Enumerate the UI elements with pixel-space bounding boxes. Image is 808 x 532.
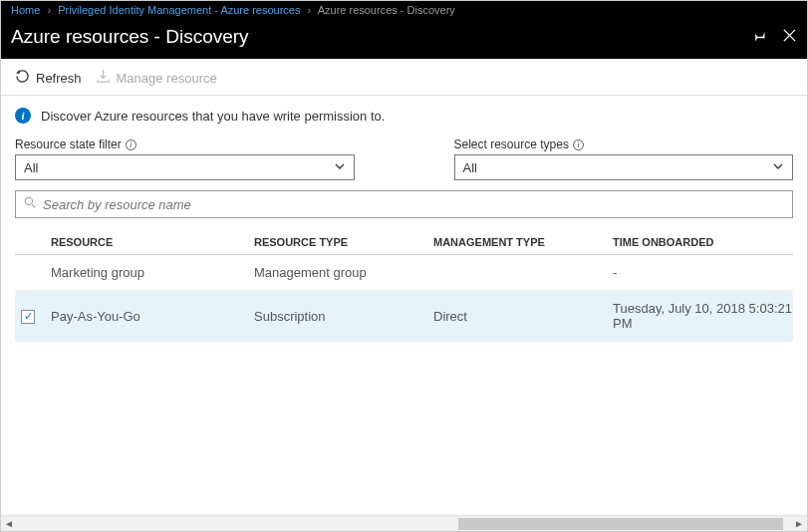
select-value: All xyxy=(24,160,38,175)
title-bar: Azure resources - Discovery xyxy=(1,19,807,59)
banner-text: Discover Azure resources that you have w… xyxy=(41,109,385,124)
cell-mgmt: Direct xyxy=(433,309,613,324)
search-box[interactable] xyxy=(15,190,793,218)
cell-time: Tuesday, July 10, 2018 5:03:21 PM xyxy=(613,301,793,331)
info-banner: i Discover Azure resources that you have… xyxy=(15,108,793,124)
info-icon: i xyxy=(15,108,31,124)
scrollbar-thumb[interactable] xyxy=(458,518,783,530)
row-checkbox[interactable] xyxy=(21,310,35,324)
svg-point-0 xyxy=(25,197,32,204)
close-icon[interactable] xyxy=(782,28,797,46)
resource-type-filter-select[interactable]: All xyxy=(454,154,794,180)
resource-type-filter-label: Select resource types i xyxy=(454,137,794,151)
scroll-left-icon[interactable]: ◄ xyxy=(1,518,17,529)
cell-resource: Marketing group xyxy=(45,265,254,280)
download-icon xyxy=(96,69,111,87)
table-row[interactable]: Pay-As-You-GoSubscriptionDirectTuesday, … xyxy=(15,291,793,342)
breadcrumb: Home › Privileged Identity Management - … xyxy=(1,1,807,19)
chevron-down-icon xyxy=(334,160,346,175)
chevron-right-icon: › xyxy=(47,4,51,16)
resource-state-filter-label: Resource state filter i xyxy=(15,137,355,151)
search-icon xyxy=(24,196,37,212)
col-time[interactable]: TIME ONBOARDED xyxy=(613,236,793,248)
info-icon[interactable]: i xyxy=(126,139,136,150)
refresh-label: Refresh xyxy=(36,71,82,86)
scroll-right-icon[interactable]: ► xyxy=(791,518,807,529)
breadcrumb-home[interactable]: Home xyxy=(11,4,40,16)
manage-resource-button: Manage resource xyxy=(96,69,217,87)
chevron-down-icon xyxy=(772,160,784,175)
resource-state-filter-select[interactable]: All xyxy=(15,154,355,180)
col-mgmt[interactable]: MANAGEMENT TYPE xyxy=(433,236,613,248)
table-row[interactable]: Marketing groupManagement group- xyxy=(15,255,793,291)
cell-resource: Pay-As-You-Go xyxy=(45,309,254,324)
toolbar: Refresh Manage resource xyxy=(1,59,807,96)
table-header: RESOURCE RESOURCE TYPE MANAGEMENT TYPE T… xyxy=(15,228,793,255)
chevron-right-icon: › xyxy=(308,4,312,16)
col-type[interactable]: RESOURCE TYPE xyxy=(254,236,433,248)
cell-type: Management group xyxy=(254,265,433,280)
col-resource[interactable]: RESOURCE xyxy=(45,236,254,248)
horizontal-scrollbar[interactable]: ◄ ► xyxy=(1,515,807,531)
page-title: Azure resources - Discovery xyxy=(11,26,249,48)
manage-label: Manage resource xyxy=(117,71,217,86)
select-value: All xyxy=(463,160,477,175)
cell-time: - xyxy=(613,265,793,280)
refresh-button[interactable]: Refresh xyxy=(15,69,82,87)
pin-icon[interactable] xyxy=(751,28,766,46)
info-icon[interactable]: i xyxy=(573,139,584,150)
breadcrumb-current: Azure resources - Discovery xyxy=(318,4,455,16)
search-input[interactable] xyxy=(43,197,784,212)
breadcrumb-pim[interactable]: Privileged Identity Management - Azure r… xyxy=(58,4,300,16)
refresh-icon xyxy=(15,69,30,87)
cell-type: Subscription xyxy=(254,309,433,324)
